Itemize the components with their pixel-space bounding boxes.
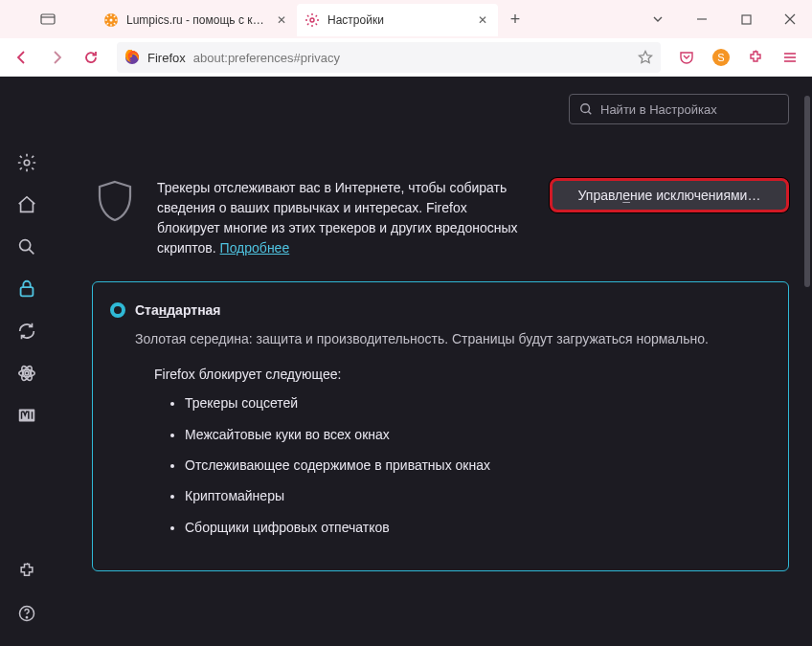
search-icon [579,102,593,116]
learn-more-link[interactable]: Подробнее [220,240,290,256]
help-icon[interactable] [8,594,46,633]
shield-icon [92,178,138,224]
protection-level-card: Стандартная Золотая середина: защита и п… [92,281,789,571]
maximize-button[interactable] [724,0,768,38]
close-icon[interactable]: ✕ [274,12,289,28]
list-item: Межсайтовые куки во всех окнах [185,424,763,445]
new-tab-button[interactable]: + [498,0,532,38]
option-description: Золотая середина: защита и производитель… [135,328,763,349]
list-item: Сборщики цифровых отпечатков [185,517,763,538]
blocked-list: Трекеры соцсетей Межсайтовые куки во все… [185,392,763,538]
search-icon[interactable] [8,228,46,266]
svg-point-12 [310,18,314,22]
main-content: Найти в Настройках Трекеры отслеживают в… [54,77,812,646]
svg-point-22 [20,240,31,251]
identity-label: Firefox [147,51,186,65]
svg-point-25 [25,371,29,375]
content-area: Найти в Настройках Трекеры отслеживают в… [0,77,812,646]
experiments-icon[interactable] [8,354,46,392]
extensions-icon[interactable] [739,42,772,73]
titlebar: Lumpics.ru - помощь с компь ✕ Настройки … [0,0,812,38]
scrollbar[interactable] [804,96,810,287]
reload-button[interactable] [75,42,107,73]
menu-button[interactable] [774,42,806,73]
general-icon[interactable] [8,144,46,182]
search-placeholder: Найти в Настройках [600,102,717,117]
manage-exceptions-button[interactable]: Управление исключениями… [550,178,789,212]
category-rail [0,77,54,646]
tracking-intro: Трекеры отслеживают вас в Интернете, что… [157,178,530,258]
back-button[interactable] [6,42,38,73]
gear-icon [304,12,320,28]
list-item: Отслеживающее содержимое в приватных окн… [185,455,763,476]
svg-rect-14 [742,15,751,24]
list-all-tabs-button[interactable] [0,0,96,38]
list-item: Трекеры соцсетей [185,392,763,413]
privacy-icon[interactable] [8,270,46,308]
radio-selected-icon [110,302,125,318]
svg-line-23 [29,249,34,254]
tab-label: Lumpics.ru - помощь с компь [126,13,266,27]
svg-point-21 [24,160,30,166]
list-item: Криптомайнеры [185,485,763,506]
tab-settings[interactable]: Настройки ✕ [297,4,498,36]
chevron-down-icon[interactable] [636,0,680,38]
blocks-label: Firefox блокирует следующее: [154,364,763,385]
standard-option[interactable]: Стандартная [110,300,763,321]
more-from-mozilla-icon[interactable] [8,396,46,434]
star-icon[interactable] [638,50,653,65]
url-text: about:preferences#privacy [193,51,340,65]
minimize-button[interactable] [680,0,724,38]
svg-rect-0 [41,14,55,24]
close-window-button[interactable] [768,0,812,38]
firefox-icon [124,50,140,65]
forward-button[interactable] [40,42,73,73]
svg-rect-24 [21,287,34,296]
pocket-icon[interactable] [670,42,703,73]
tab-label: Настройки [327,13,467,27]
tab-lumpics[interactable]: Lumpics.ru - помощь с компь ✕ [96,4,297,36]
profile-button[interactable]: S [705,42,737,73]
site-icon [103,12,119,28]
sync-icon[interactable] [8,312,46,350]
option-title: Стандартная [135,300,221,321]
toolbar: Firefox about:preferences#privacy S [0,38,812,77]
svg-line-33 [588,111,591,114]
home-icon[interactable] [8,186,46,224]
svg-point-31 [26,617,27,618]
settings-search[interactable]: Найти в Настройках [569,94,789,124]
svg-point-3 [110,19,113,22]
close-icon[interactable]: ✕ [475,12,490,28]
urlbar[interactable]: Firefox about:preferences#privacy [117,42,661,73]
addons-icon[interactable] [8,552,46,590]
